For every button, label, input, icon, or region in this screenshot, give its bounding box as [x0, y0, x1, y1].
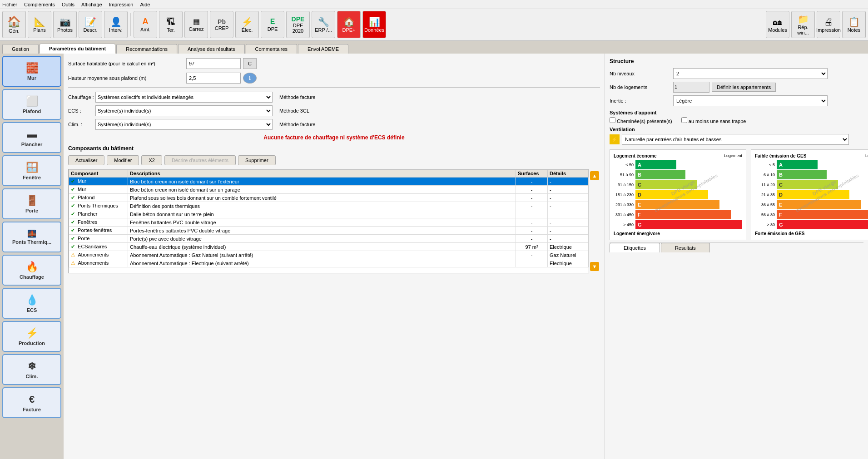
inertie-row: Inertie : Légère Moyenne Lourde Très lou…: [610, 95, 863, 106]
ter-icon: 🏗: [166, 16, 175, 27]
sidebar-plancher[interactable]: ▬ Plancher: [2, 122, 61, 153]
toolbar-impression[interactable]: 🖨 Impression: [817, 11, 840, 38]
chauffage-select[interactable]: Systèmes collectifs et individuels mélan…: [95, 92, 273, 103]
toolbar-carrez-label: Carrez: [188, 26, 203, 32]
inertie-select[interactable]: Légère Moyenne Lourde Très lourde: [673, 95, 828, 106]
aml-icon: A: [143, 17, 149, 27]
toolbar-plans[interactable]: 📐 Plans: [28, 11, 51, 38]
sidebar-clim[interactable]: ❄ Clim.: [2, 354, 61, 385]
sidebar-ponts[interactable]: 🌉 Ponts Thermiq...: [2, 222, 61, 252]
sidebar-fenetre[interactable]: 🪟 Fenêtre: [2, 155, 61, 186]
hauteur-info-button[interactable]: ℹ: [243, 73, 257, 84]
sidebar-ecs[interactable]: 💧 ECS: [2, 288, 61, 319]
sidebar-production[interactable]: ⚡ Production: [2, 321, 61, 352]
menu-aide[interactable]: Aide: [140, 2, 150, 7]
dpe-ges-bar-d: 21 à 35 D: [755, 190, 868, 199]
surface-c-button[interactable]: C: [243, 58, 257, 69]
toolbar-carrez[interactable]: ▦ Carrez: [184, 11, 208, 38]
menu-outils[interactable]: Outils: [62, 2, 74, 7]
tab-recommandations[interactable]: Recommandations: [116, 44, 177, 54]
tab-commentaires[interactable]: Commentaires: [246, 44, 298, 54]
toolbar-modules[interactable]: 🏘 Modules: [766, 11, 789, 38]
tab-envoi[interactable]: Envoi ADEME: [298, 44, 348, 54]
tab-parametres[interactable]: Paramètres du bâtiment: [40, 44, 115, 54]
toolbar-photos[interactable]: 📷 Photos: [53, 11, 77, 38]
tab-analyse[interactable]: Analyse des résultats: [178, 44, 245, 54]
table-row[interactable]: ✔ Plancher Dalle béton donnant sur un te…: [69, 210, 589, 218]
left-sidebar: 🧱 Mur ⬜ Plafond ▬ Plancher 🪟 Fenêtre 🚪 P…: [0, 54, 64, 459]
dpe-energy-bar-f: 331 à 450 F: [614, 210, 742, 219]
sidebar-chauffage[interactable]: 🔥 Chauffage: [2, 255, 61, 286]
toolbar-aml[interactable]: A Aml.: [134, 11, 157, 38]
scroll-up-arrow[interactable]: ▲: [590, 171, 599, 180]
toolbar-dpeplus[interactable]: 🏠 DPE+: [337, 11, 361, 38]
dpe-ges-d: D: [777, 190, 849, 199]
table-row[interactable]: ✔ ECSanitaires Chauffe-eau électrique (s…: [69, 243, 589, 251]
toolbar-ter[interactable]: 🏗 Ter.: [159, 11, 183, 38]
toolbar-gen[interactable]: 🏠 Gén.: [2, 11, 26, 38]
menu-impression[interactable]: Impression: [109, 2, 134, 7]
menu-fichier[interactable]: Fichier: [2, 2, 17, 7]
sidebar-chauffage-label: Chauffage: [20, 274, 44, 280]
toolbar-donnees[interactable]: 📊 Données: [362, 11, 386, 38]
nb-logements-input[interactable]: [673, 82, 709, 93]
col-composant: Composant: [69, 170, 128, 178]
trappe-checkbox[interactable]: [681, 117, 687, 123]
tab-resultats[interactable]: Resultats: [661, 243, 710, 252]
table-row[interactable]: ✔ Mur Bloc béton creux non isolé donnant…: [69, 186, 589, 194]
table-row[interactable]: ✔ Porte Porte(s) pvc avec double vitrage…: [69, 235, 589, 243]
trappe-checkbox-label[interactable]: au moins une sans trappe: [681, 117, 746, 124]
toolbar-elec[interactable]: ⚡ Élec.: [235, 11, 259, 38]
hauteur-input[interactable]: [186, 73, 241, 84]
scroll-down-arrow[interactable]: ▼: [590, 262, 599, 271]
cheminee-checkbox-label[interactable]: Cheminée(s) présente(s): [610, 117, 672, 124]
table-row[interactable]: ✔ Fenêtres Fenêtres battantes PVC double…: [69, 218, 589, 227]
toolbar-crep[interactable]: Pb CREP: [210, 11, 233, 38]
sidebar-facture[interactable]: € Facture: [2, 387, 61, 418]
ecs-select[interactable]: Système(s) individuel(s): [95, 105, 273, 116]
table-row[interactable]: ⚠ Abonnements Abonnement Automatique : E…: [69, 259, 589, 267]
table-row[interactable]: ✔ Ponts Thermiques Définition des ponts …: [69, 202, 589, 210]
menu-affichage[interactable]: Affichage: [81, 2, 102, 7]
toolbar-notes[interactable]: 📋 Notes: [842, 11, 866, 38]
ventilation-section-label: Ventilation: [610, 127, 863, 132]
definir-appartements-button[interactable]: Définir les appartements: [712, 83, 776, 92]
warning-text: Aucune facture de chauffage ni système d…: [68, 134, 600, 141]
sidebar-plafond[interactable]: ⬜ Plafond: [2, 89, 61, 120]
descr-icon: 📝: [85, 16, 96, 27]
porte-icon: 🚪: [26, 195, 38, 207]
tab-etiquettes[interactable]: Etiquettes: [610, 243, 660, 252]
toolbar-gen-label: Gén.: [9, 28, 20, 34]
clim-select[interactable]: Système(s) individuel(s): [95, 119, 273, 130]
cheminee-checkbox[interactable]: [610, 117, 615, 123]
dpe-ges-bar-c: 11 à 20 C: [755, 180, 868, 189]
modifier-button[interactable]: Modifier: [107, 155, 139, 165]
ventilation-select[interactable]: Naturelle par entrées d'air hautes et ba…: [622, 134, 849, 145]
nb-niveaux-select[interactable]: 2: [673, 68, 828, 79]
toolbar-erp[interactable]: 🔧 ERP /...: [312, 11, 335, 38]
nb-logements-label: Nb de logements: [610, 84, 673, 90]
hauteur-label: Hauteur moyenne sous plafond (m): [68, 75, 186, 81]
plafond-icon: ⬜: [26, 95, 38, 107]
menu-complements[interactable]: Compléments: [24, 2, 55, 7]
toolbar-dpe[interactable]: E DPE: [261, 11, 284, 38]
toolbar-dpe2020[interactable]: DPE DPE 2020: [286, 11, 310, 38]
toolbar-descr[interactable]: 📝 Descr.: [79, 11, 102, 38]
table-row[interactable]: ✔ Portes-fenêtres Portes-fenêtres battan…: [69, 227, 589, 235]
dpe-ges-title: Faible émission de GES: [755, 153, 806, 158]
surface-input[interactable]: [186, 58, 241, 69]
table-row[interactable]: ✔ Plafond Plafond sous solives bois donn…: [69, 194, 589, 202]
table-row[interactable]: ✔ Mur Bloc béton creux non isolé donnant…: [69, 178, 589, 186]
toolbar-repwin[interactable]: 📁 Rép. win...: [791, 11, 815, 38]
nb-niveaux-row: Nb niveaux 2: [610, 68, 863, 79]
toolbar-interv[interactable]: 👤 Interv.: [104, 11, 128, 38]
table-row[interactable]: ⚠ Abonnements Abonnement Automatique : G…: [69, 251, 589, 259]
sidebar-porte[interactable]: 🚪 Porte: [2, 188, 61, 219]
ponts-icon: 🌉: [27, 229, 36, 238]
decrire-button[interactable]: Décrire d'autres éléments: [164, 155, 236, 165]
tab-gestion[interactable]: Gestion: [2, 44, 39, 54]
actualiser-button[interactable]: Actualiser: [68, 155, 104, 165]
sidebar-mur[interactable]: 🧱 Mur: [2, 56, 61, 87]
supprimer-button[interactable]: Supprimer: [238, 155, 276, 165]
x2-button[interactable]: X2: [141, 155, 162, 165]
